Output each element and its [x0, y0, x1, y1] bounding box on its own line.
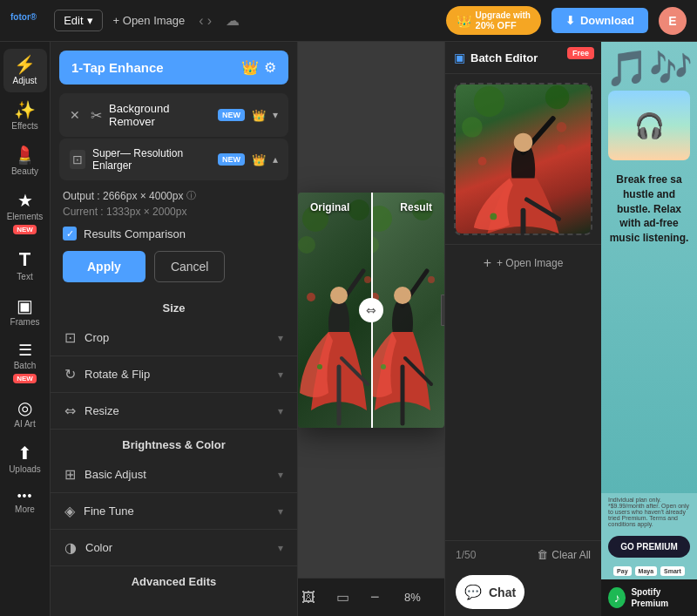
output-info: Output : 2666px × 4000px ⓘ Current : 133… [59, 189, 288, 218]
svg-point-10 [317, 364, 322, 369]
zoom-level: 8% [397, 591, 429, 604]
super-res-crown: 👑 [252, 153, 266, 166]
basic-adjust-menu-item[interactable]: ⊞ Basic Adjust ▾ [51, 457, 297, 493]
text-icon: T [19, 250, 30, 269]
forward-arrow[interactable]: › [207, 13, 212, 29]
resize-icon: ⇔ [64, 403, 76, 419]
svg-point-32 [558, 144, 566, 152]
sidebar-item-batch[interactable]: ☰ Batch NEW [3, 335, 47, 390]
sidebar-label-elements: Elements [7, 212, 44, 221]
download-button[interactable]: ⬇ Download [552, 8, 648, 33]
cancel-button[interactable]: Cancel [154, 251, 226, 282]
effects-icon: ✨ [14, 101, 36, 118]
upgrade-badge[interactable]: 👑 Upgrade with 20% OFF [446, 6, 541, 35]
brightness-section-title: Brightness & Color [51, 430, 297, 457]
new-badge-batch: NEW [13, 374, 37, 383]
collapse-panel-button[interactable]: ‹ [441, 294, 444, 326]
open-image-button[interactable]: + Open Image [113, 14, 186, 27]
size-section-title: Size [51, 293, 297, 320]
sidebar-label-batch: Batch [14, 361, 37, 370]
divider-handle[interactable]: ⇔ [359, 298, 383, 322]
color-menu-item[interactable]: ◑ Color ▾ [51, 530, 297, 566]
sidebar-item-ai-art[interactable]: ◎ AI Art [3, 392, 47, 436]
crop-menu-item[interactable]: ⊡ Crop ▾ [51, 320, 297, 356]
spotify-section: ♪ Spotify Premium [601, 579, 697, 616]
super-res-tool[interactable]: ⊡ Super— Resolution Enlarger NEW 👑 ▴ [59, 139, 288, 180]
sidebar-label-effects: Effects [11, 121, 37, 131]
sidebar-item-elements[interactable]: ★ Elements NEW [3, 185, 47, 241]
count-text: 1/50 [456, 549, 476, 561]
image-mode-button[interactable]: 🖼 [298, 586, 319, 609]
bg-remover-tool[interactable]: ✕ ✂ Background Remover NEW 👑 ▾ [59, 93, 288, 137]
sidebar-item-frames[interactable]: ▣ Frames [3, 290, 47, 334]
svg-point-23 [474, 86, 504, 117]
sidebar-item-effects[interactable]: ✨ Effects [3, 94, 47, 138]
beauty-icon: 💄 [14, 146, 36, 164]
fine-tune-label: Fine Tune [84, 504, 278, 518]
plus-icon: + [484, 255, 491, 271]
current-label: Current : 1333px × 2000px [63, 206, 285, 218]
bg-remover-crown: 👑 [252, 109, 266, 122]
topbar: fotor® Edit ▾ + Open Image ‹ › ☁ 👑 Upgra… [0, 0, 697, 42]
comparison-label: Results Comparison [84, 227, 186, 240]
edit-button[interactable]: Edit ▾ [54, 10, 102, 31]
fine-tune-icon: ◈ [64, 503, 75, 519]
apply-button[interactable]: Apply [63, 251, 145, 282]
results-comparison-checkbox[interactable]: ✓ [63, 227, 77, 240]
resize-label: Resize [85, 404, 278, 417]
sidebar-item-uploads[interactable]: ⬆ Uploads [3, 437, 47, 481]
rotate-menu-item[interactable]: ↻ Rotate & Flip ▾ [51, 356, 297, 393]
spotify-name: Spotify Premium [631, 586, 690, 609]
payment-icons: Pay Maya Smart [606, 563, 692, 579]
svg-point-1 [348, 200, 369, 220]
zoom-out-button[interactable]: − [367, 585, 383, 610]
sidebar-item-adjust[interactable]: ⚡ Adjust [3, 49, 47, 92]
rotate-label: Rotate & Flip [85, 368, 278, 381]
bottom-toolbar: 🖼 ▭ − 8% + [298, 578, 444, 616]
super-res-badge: NEW [218, 153, 245, 166]
go-premium-button[interactable]: GO PREMIUM [608, 536, 690, 558]
sidebar-item-text[interactable]: T Text [3, 243, 47, 288]
zoom-in-button[interactable]: + [443, 585, 445, 610]
ad-banner-content: 🎵🎶 🎧 Break free sa hustle and bustle. Re… [601, 42, 697, 493]
back-arrow[interactable]: ‹ [199, 13, 203, 29]
sidebar-label-more: More [15, 504, 35, 514]
count-clear-row: 1/50 🗑 Clear All [445, 540, 601, 568]
right-panel: Free ▣ Batch Editor [444, 42, 601, 616]
super-res-icon: ⊡ [70, 150, 85, 169]
sidebar-item-more[interactable]: ••• More [3, 483, 47, 521]
clear-all-label: Clear All [552, 549, 591, 561]
open-image-slot-button[interactable]: + + Open Image [445, 244, 601, 281]
basic-adjust-chevron: ▾ [278, 469, 283, 481]
frames-icon: ▣ [17, 297, 33, 315]
svg-point-7 [330, 287, 348, 304]
fine-tune-menu-item[interactable]: ◈ Fine Tune ▾ [51, 493, 297, 530]
sidebar-label-text: Text [17, 272, 32, 281]
svg-point-21 [381, 364, 386, 369]
compare-button[interactable]: ▭ [333, 586, 353, 609]
new-badge-elements: NEW [13, 225, 37, 234]
avatar: E [659, 7, 687, 35]
smart-icon: Smart [660, 566, 685, 576]
sidebar-label-adjust: Adjust [13, 76, 37, 85]
resize-menu-item[interactable]: ⇔ Resize ▾ [51, 393, 297, 430]
super-res-chevron: ▴ [273, 153, 278, 166]
sidebar-label-ai-art: AI Art [14, 419, 35, 429]
svg-point-25 [462, 117, 482, 137]
one-tap-label: 1-Tap Enhance [71, 60, 164, 75]
chat-button[interactable]: 💬 Chat [456, 575, 524, 609]
one-tap-enhance-button[interactable]: 1-Tap Enhance 👑 ⚙ [59, 51, 288, 85]
chevron-down-icon: ▾ [87, 14, 93, 27]
ai-art-icon: ◎ [17, 399, 32, 416]
batch-image-slot [454, 83, 592, 235]
chat-label: Chat [489, 586, 516, 599]
adjust-icon: ⚡ [14, 56, 36, 73]
cloud-icon: ☁ [226, 12, 240, 29]
svg-point-31 [478, 157, 487, 166]
clear-all-button[interactable]: 🗑 Clear All [537, 548, 591, 561]
sidebar-label-uploads: Uploads [9, 464, 41, 474]
sidebar-label-beauty: Beauty [11, 166, 38, 176]
paymaya-icon: Pay [613, 566, 631, 576]
sidebar-item-beauty[interactable]: 💄 Beauty [3, 139, 47, 183]
ad-illustration: 🎧 [608, 91, 690, 160]
